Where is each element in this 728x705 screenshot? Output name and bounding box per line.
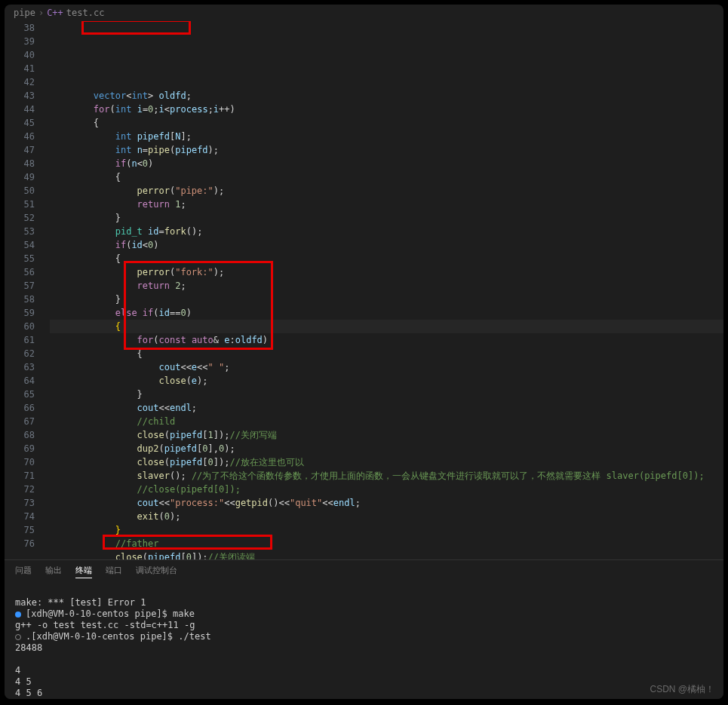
- code-line[interactable]: {: [50, 347, 723, 360]
- terminal-prompt: .[xdh@VM-0-10-centos pipe]$: [26, 631, 178, 642]
- code-area[interactable]: vector<int> oldfd; for(int i=0;i<process…: [50, 21, 723, 559]
- code-line[interactable]: close(pipefd[0]);//放在这里也可以: [50, 455, 723, 469]
- code-line[interactable]: for(int i=0;i<process;i++): [50, 103, 723, 116]
- tab-ports[interactable]: 端口: [106, 565, 122, 578]
- chevron-right-icon: ›: [38, 8, 44, 18]
- terminal-line: 4: [15, 665, 20, 676]
- code-line[interactable]: perror("fork:");: [50, 265, 723, 279]
- terminal-cmd: make: [173, 608, 195, 619]
- code-line[interactable]: int n=pipe(pipefd);: [50, 143, 723, 157]
- code-line[interactable]: {: [50, 320, 723, 333]
- code-line[interactable]: {: [50, 116, 723, 130]
- code-line[interactable]: }: [50, 211, 723, 225]
- status-dot-icon: [15, 612, 21, 618]
- code-line[interactable]: pid_t id=fork();: [50, 225, 723, 238]
- terminal-prompt: [xdh@VM-0-10-centos pipe]$: [26, 608, 173, 619]
- code-line[interactable]: exit(0);: [50, 510, 723, 523]
- code-line[interactable]: {: [50, 252, 723, 265]
- code-line[interactable]: //child: [50, 415, 723, 428]
- tab-output[interactable]: 输出: [45, 565, 62, 578]
- terminal-cmd: ./test: [178, 631, 210, 642]
- tab-terminal[interactable]: 终端: [75, 565, 92, 578]
- code-line[interactable]: if(id<0): [50, 238, 723, 252]
- code-line[interactable]: cout<<endl;: [50, 401, 723, 415]
- code-line[interactable]: if(n<0): [50, 157, 723, 170]
- bottom-panel: 问题 输出 终端 端口 调试控制台 make: *** [test] Error…: [5, 559, 723, 699]
- code-line[interactable]: slaver(); //为了不给这个函数传参数，才使用上面的函数，一会从键盘文件…: [50, 469, 723, 483]
- code-line[interactable]: }: [50, 523, 723, 537]
- code-line[interactable]: vector<int> oldfd;: [50, 89, 723, 103]
- code-line[interactable]: int pipefd[N];: [50, 130, 723, 143]
- terminal-line: make: *** [test] Error 1: [15, 597, 146, 608]
- panel-tabs: 问题 输出 终端 端口 调试控制台: [5, 560, 723, 583]
- terminal-line: 4 5 6: [15, 688, 42, 698]
- code-line[interactable]: return 2;: [50, 279, 723, 293]
- code-line[interactable]: cout<<"process:"<<getpid()<<"quit"<<endl…: [50, 496, 723, 510]
- status-dot-icon: [15, 634, 21, 640]
- cpp-file-icon: C++: [47, 8, 63, 18]
- tab-debug-console[interactable]: 调试控制台: [136, 565, 177, 578]
- terminal-output[interactable]: make: *** [test] Error 1 [xdh@VM-0-10-ce…: [5, 583, 723, 699]
- code-line[interactable]: else if(id==0): [50, 306, 723, 320]
- code-editor[interactable]: 3839404142434445464748495051525354555657…: [5, 21, 723, 559]
- editor-window: pipe › C++ test.cc 383940414243444546474…: [5, 5, 723, 699]
- code-line[interactable]: //father: [50, 537, 723, 550]
- code-line[interactable]: }: [50, 388, 723, 401]
- code-line[interactable]: close(pipefd[0]);//关闭读端: [50, 550, 723, 559]
- highlight-box-1: [81, 21, 191, 35]
- terminal-line: g++ -o test test.cc -std=c++11 -g: [15, 620, 195, 630]
- code-line[interactable]: dup2(pipefd[0],0);: [50, 442, 723, 455]
- code-line[interactable]: close(pipefd[1]);//关闭写端: [50, 428, 723, 442]
- terminal-line: 28488: [15, 642, 42, 653]
- code-line[interactable]: //close(pipefd[0]);: [50, 483, 723, 496]
- code-line[interactable]: close(e);: [50, 374, 723, 388]
- breadcrumb-file[interactable]: test.cc: [66, 8, 105, 18]
- code-line[interactable]: return 1;: [50, 198, 723, 211]
- code-line[interactable]: for(const auto& e:oldfd): [50, 333, 723, 347]
- breadcrumb[interactable]: pipe › C++ test.cc: [5, 5, 723, 21]
- code-line[interactable]: {: [50, 170, 723, 184]
- tab-problems[interactable]: 问题: [15, 565, 32, 578]
- code-line[interactable]: perror("pipe:");: [50, 184, 723, 198]
- breadcrumb-folder[interactable]: pipe: [14, 8, 35, 18]
- line-number-gutter: 3839404142434445464748495051525354555657…: [5, 21, 50, 559]
- code-line[interactable]: cout<<e<<" ";: [50, 360, 723, 374]
- terminal-line: 4 5: [15, 676, 32, 687]
- code-line[interactable]: }: [50, 293, 723, 306]
- watermark: CSDN @橘柚！: [650, 683, 714, 696]
